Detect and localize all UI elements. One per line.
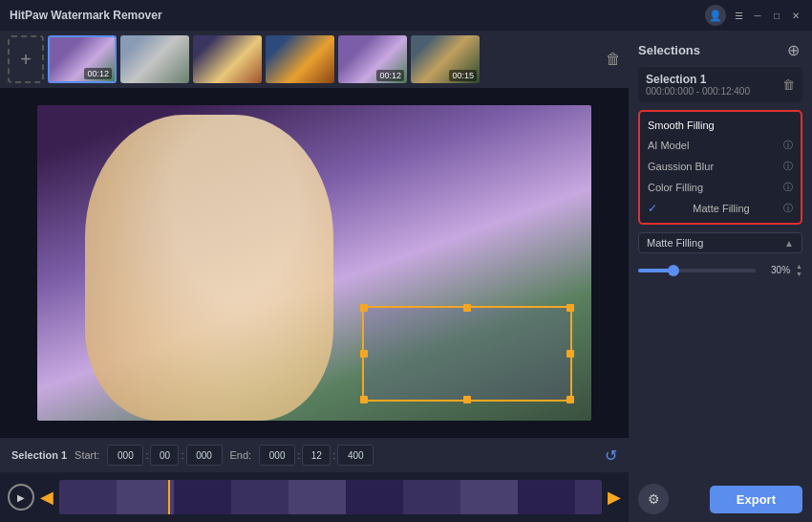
matte-filling-dropdown[interactable]: Matte Filling ▲ <box>638 232 802 253</box>
handle-top-mid[interactable] <box>463 304 471 312</box>
ai-model-info-icon[interactable]: ⓘ <box>783 139 793 152</box>
smooth-filling-label: Smooth Filling <box>648 120 715 131</box>
selection-item-info: Selection 1 000:00:000 - 000:12:400 <box>646 73 750 97</box>
video-frame <box>37 105 591 421</box>
handle-mid-left[interactable] <box>360 350 368 358</box>
titlebar-controls: 👤 ☰ ─ □ ✕ <box>705 5 802 26</box>
start-hours-input[interactable]: 000 <box>107 445 143 466</box>
slider-row: 30% ▲ ▼ <box>638 261 802 279</box>
selection-box[interactable] <box>362 306 572 402</box>
slider-spinner: ▲ ▼ <box>796 263 802 277</box>
colon-2: : <box>181 449 183 461</box>
handle-top-right[interactable] <box>566 304 574 312</box>
app-title: HitPaw Watermark Remover <box>10 9 162 22</box>
thumbnail-6[interactable]: 00:15 <box>411 35 480 83</box>
end-hours-input[interactable]: 000 <box>259 445 295 466</box>
add-media-button[interactable]: + <box>8 35 44 83</box>
end-label: End: <box>230 449 252 461</box>
thumbnail-2[interactable] <box>120 35 189 83</box>
right-bottom: ⚙ Export <box>638 484 802 514</box>
selection-label: Selection 1 <box>11 449 67 461</box>
gaussion-blur-label: Gaussion Blur <box>648 161 714 172</box>
start-ms-input[interactable]: 000 <box>186 445 223 466</box>
main-layout: + 00:12 00:12 00:15 🗑 <box>0 31 812 522</box>
thumbnail-4[interactable] <box>266 35 334 83</box>
matte-dropdown-label: Matte Filling <box>647 237 703 249</box>
gaussion-blur-info-icon[interactable]: ⓘ <box>783 160 793 173</box>
colon-3: : <box>297 449 300 461</box>
end-ms-input[interactable]: 400 <box>337 445 374 466</box>
timeline: ▶ ◀ ▶ <box>0 472 629 522</box>
user-icon[interactable]: 👤 <box>705 5 726 26</box>
color-filling-option[interactable]: Color Filling ⓘ <box>648 179 793 196</box>
start-mins-input[interactable]: 00 <box>150 445 179 466</box>
timeline-track[interactable] <box>59 480 602 514</box>
refresh-button[interactable]: ↺ <box>605 446 617 465</box>
thumb-time-1: 00:12 <box>84 68 112 79</box>
strip-delete-button[interactable]: 🗑 <box>606 51 621 68</box>
settings-icon: ⚙ <box>648 491 660 507</box>
thumb-time-6: 00:15 <box>449 70 477 81</box>
start-label: Start: <box>75 449 99 461</box>
thumbnail-5[interactable]: 00:12 <box>338 35 407 83</box>
menu-icon[interactable]: ☰ <box>732 9 745 22</box>
start-time-group: 000 : 00 : 000 <box>107 445 222 466</box>
handle-top-left[interactable] <box>360 304 368 312</box>
slider-up-button[interactable]: ▲ <box>796 263 802 270</box>
selection-item-delete-button[interactable]: 🗑 <box>782 77 795 92</box>
slider-down-button[interactable]: ▼ <box>796 271 802 277</box>
matte-filling-check-icon: ✓ <box>648 202 657 215</box>
right-panel: Selections ⊕ Selection 1 000:00:000 - 00… <box>629 31 812 522</box>
timeline-frames <box>59 480 602 514</box>
matte-filling-label: Matte Filling <box>693 203 749 214</box>
add-selection-icon: ⊕ <box>787 41 800 59</box>
matte-dropdown-arrow-icon: ▲ <box>784 238 794 249</box>
colon-4: : <box>332 449 335 461</box>
color-filling-label: Color Filling <box>648 182 703 193</box>
slider-value: 30% <box>761 265 790 275</box>
smooth-filling-option[interactable]: Smooth Filling <box>648 118 793 133</box>
selection-item-name: Selection 1 <box>646 73 750 86</box>
end-mins-input[interactable]: 12 <box>302 445 331 466</box>
close-btn[interactable]: ✕ <box>789 9 802 22</box>
export-button[interactable]: Export <box>710 486 802 513</box>
video-preview <box>0 88 629 438</box>
handle-bottom-left[interactable] <box>360 396 368 403</box>
maximize-btn[interactable]: □ <box>770 9 783 22</box>
timeline-arrow-right[interactable]: ▶ <box>608 487 621 508</box>
selections-title: Selections <box>638 43 700 57</box>
add-icon: + <box>20 49 32 71</box>
thumbnail-3[interactable] <box>193 35 262 83</box>
thumbnail-1[interactable]: 00:12 <box>48 35 117 83</box>
thumbnail-strip: + 00:12 00:12 00:15 🗑 <box>0 31 629 88</box>
settings-button[interactable]: ⚙ <box>638 484 669 514</box>
slider-track[interactable] <box>638 269 756 272</box>
play-icon: ▶ <box>17 492 25 503</box>
handle-mid-right[interactable] <box>566 350 574 358</box>
end-time-group: 000 : 12 : 400 <box>259 445 374 466</box>
handle-bottom-right[interactable] <box>566 396 574 403</box>
add-selection-button[interactable]: ⊕ <box>783 40 802 59</box>
ai-model-option[interactable]: AI Model ⓘ <box>648 137 793 154</box>
handle-bottom-mid[interactable] <box>463 396 471 403</box>
slider-thumb[interactable] <box>668 265 679 276</box>
selection-item-time: 000:00:000 - 000:12:400 <box>646 86 750 97</box>
minimize-btn[interactable]: ─ <box>751 9 764 22</box>
gaussion-blur-option[interactable]: Gaussion Blur ⓘ <box>648 158 793 175</box>
matte-filling-info-icon[interactable]: ⓘ <box>783 202 793 215</box>
timeline-needle[interactable] <box>168 480 170 514</box>
ai-model-label: AI Model <box>648 140 689 151</box>
colon-1: : <box>145 449 148 461</box>
options-box: Smooth Filling AI Model ⓘ Gaussion Blur … <box>638 110 802 225</box>
bottom-controls: Selection 1 Start: 000 : 00 : 000 End: 0… <box>0 438 629 472</box>
timeline-arrow-left[interactable]: ◀ <box>40 487 53 508</box>
selections-header: Selections ⊕ <box>638 40 802 59</box>
selection-item[interactable]: Selection 1 000:00:000 - 000:12:400 🗑 <box>638 67 802 102</box>
thumb-time-5: 00:12 <box>376 70 404 81</box>
matte-filling-option[interactable]: ✓ Matte Filling ⓘ <box>648 200 793 217</box>
color-filling-info-icon[interactable]: ⓘ <box>783 181 793 194</box>
play-button[interactable]: ▶ <box>8 484 34 511</box>
left-panel: + 00:12 00:12 00:15 🗑 <box>0 31 629 522</box>
titlebar: HitPaw Watermark Remover 👤 ☰ ─ □ ✕ <box>0 0 812 31</box>
